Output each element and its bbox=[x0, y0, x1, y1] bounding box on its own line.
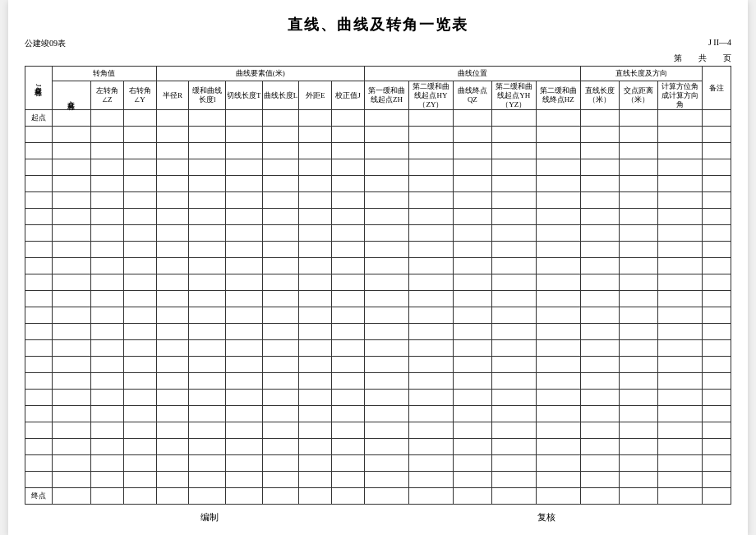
page-end-label: 页 bbox=[723, 53, 731, 64]
reviewer-label: 复核 bbox=[537, 511, 555, 523]
header-left-angle: 左转角∠Z bbox=[90, 81, 123, 110]
end-row: 终点 bbox=[25, 488, 731, 505]
table-row bbox=[25, 291, 731, 307]
header-t: 切线长度T bbox=[226, 81, 263, 110]
table-row bbox=[25, 390, 731, 406]
meta-row: 公建竣09表 J II—4 bbox=[25, 38, 731, 49]
meta-right: J II—4 bbox=[708, 38, 731, 49]
header-curve: 曲线要素值(米) bbox=[156, 67, 364, 81]
table-row bbox=[25, 439, 731, 455]
table-row bbox=[25, 357, 731, 373]
table-row bbox=[25, 209, 731, 225]
table-row bbox=[25, 159, 731, 176]
table-row bbox=[25, 373, 731, 390]
header-curve-pos: 曲线位置 bbox=[364, 67, 580, 81]
table-row bbox=[25, 176, 731, 192]
page-num bbox=[682, 53, 698, 64]
table-row bbox=[25, 324, 731, 340]
start-row: 起点 bbox=[25, 110, 731, 127]
page: 直线、曲线及转角一览表 公建竣09表 J II—4 第 共 页 bbox=[8, 0, 748, 535]
header-jd2: 交点桩号 bbox=[52, 81, 90, 110]
main-table: 交点桩号JD 转角值 曲线要素值(米) 曲线位置 直线长度及方向 备注 交点桩号… bbox=[25, 66, 731, 505]
header-e: 外距E bbox=[299, 81, 332, 110]
table-row bbox=[25, 274, 731, 291]
table-row bbox=[25, 127, 731, 143]
header-hy: 第二缓和曲线起点HY（ZY） bbox=[408, 81, 453, 110]
header-row-1: 交点桩号JD 转角值 曲线要素值(米) 曲线位置 直线长度及方向 备注 bbox=[25, 67, 731, 81]
header-right-angle: 右转角∠Y bbox=[123, 81, 156, 110]
header-r: 半径R bbox=[156, 81, 189, 110]
page-title: 直线、曲线及转角一览表 bbox=[25, 15, 731, 35]
header-note: 备注 bbox=[702, 67, 731, 110]
header-curve-l: 曲线长度L bbox=[262, 81, 299, 110]
header-zh: 第一缓和曲线起点ZH bbox=[364, 81, 408, 110]
editor-label: 编制 bbox=[201, 511, 219, 523]
start-label: 起点 bbox=[25, 110, 53, 127]
table-row bbox=[25, 406, 731, 422]
page-label: 第 bbox=[674, 53, 682, 64]
header-jd: 交点桩号JD bbox=[25, 67, 53, 110]
header-turn: 转角值 bbox=[52, 67, 156, 81]
table-row bbox=[25, 225, 731, 242]
table-row bbox=[25, 307, 731, 324]
table-row bbox=[25, 472, 731, 488]
header-jd-dist: 交点距离（米） bbox=[619, 81, 657, 110]
header-azimuth: 计算方位角成计算方向角 bbox=[657, 81, 702, 110]
header-yh: 第二缓和曲线起点YH（YZ） bbox=[491, 81, 536, 110]
header-line: 直线长度及方向 bbox=[580, 67, 702, 81]
table-row bbox=[25, 340, 731, 357]
header-qz: 曲线终点QZ bbox=[453, 81, 491, 110]
table-row bbox=[25, 455, 731, 472]
end-label: 终点 bbox=[25, 488, 53, 505]
header-l: 缓和曲线长度l bbox=[189, 81, 226, 110]
header-hz: 第二缓和曲线终点HZ bbox=[536, 81, 580, 110]
header-j: 校正值J bbox=[332, 81, 365, 110]
table-row bbox=[25, 258, 731, 274]
total-num bbox=[707, 53, 723, 64]
table-row bbox=[25, 242, 731, 258]
header-line-len: 直线长度（米） bbox=[580, 81, 619, 110]
table-row bbox=[25, 422, 731, 439]
table-row bbox=[25, 192, 731, 209]
bottom-bar: 编制 复核 bbox=[25, 511, 731, 523]
meta-left: 公建竣09表 bbox=[25, 38, 66, 49]
doc-num: J II—4 bbox=[708, 38, 731, 49]
total-label: 共 bbox=[698, 53, 707, 64]
table-row bbox=[25, 143, 731, 159]
